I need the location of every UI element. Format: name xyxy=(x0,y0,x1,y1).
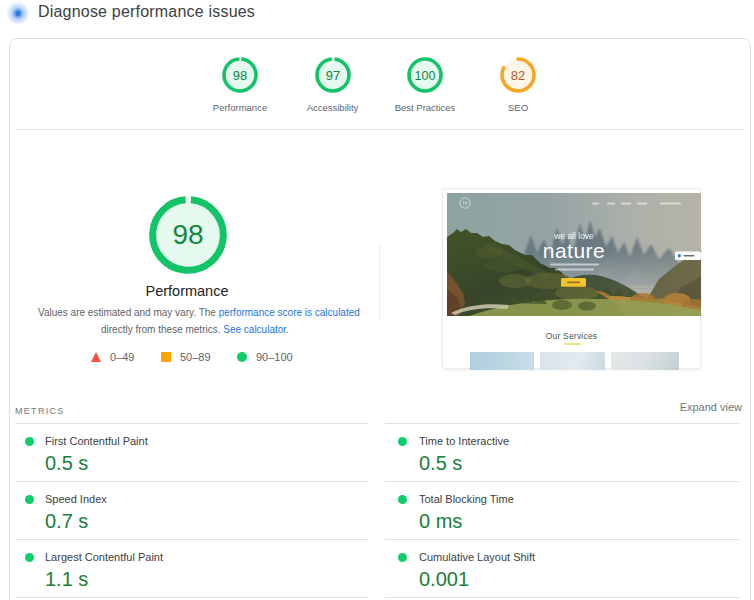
svg-text:97: 97 xyxy=(325,68,339,83)
svg-text:82: 82 xyxy=(511,68,525,83)
svg-text:100: 100 xyxy=(415,69,436,83)
svg-text:98: 98 xyxy=(233,68,247,83)
svg-text:N: N xyxy=(463,200,467,206)
svg-text:nature: nature xyxy=(543,239,606,262)
